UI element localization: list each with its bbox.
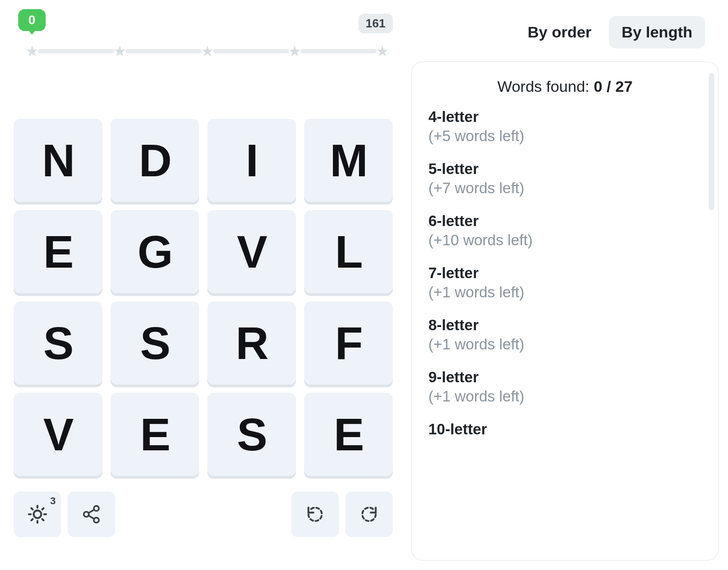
letter-tile[interactable]: M (304, 119, 393, 202)
star-icon: ★ (113, 44, 127, 58)
length-group-remaining: (+5 words left) (428, 127, 702, 145)
length-group-remaining: (+7 words left) (428, 179, 702, 197)
letter-tile[interactable]: G (111, 210, 199, 293)
letter-tile[interactable]: E (304, 393, 393, 476)
length-group-title: 8-letter (428, 317, 702, 334)
letter-tile[interactable]: S (111, 301, 199, 385)
svg-line-12 (89, 510, 94, 513)
svg-line-5 (32, 508, 33, 510)
tab-by-order[interactable]: By order (515, 16, 604, 48)
letter-tile[interactable]: N (14, 119, 102, 202)
max-score-badge: 161 (359, 14, 393, 33)
progress-segment (126, 49, 202, 53)
progress-segment (301, 49, 377, 53)
svg-line-13 (89, 516, 94, 519)
rotate-cw-icon (359, 504, 379, 524)
score-bubble: 0 (18, 9, 46, 31)
progress-segment (213, 49, 290, 53)
share-button[interactable] (68, 491, 115, 537)
words-found-header: Words found: 0 / 27 (428, 78, 702, 95)
results-panel: Words found: 0 / 27 4-letter(+5 words le… (411, 61, 719, 561)
star-icon: ★ (288, 44, 301, 58)
hint-count-badge: 3 (50, 495, 56, 507)
toolbar-spacer (121, 491, 285, 537)
length-group: 8-letter(+1 words left) (428, 317, 702, 353)
progress-segment (38, 49, 114, 53)
letter-grid: N D I M E G V L S S R F V E S E (14, 119, 393, 476)
length-group: 5-letter(+7 words left) (428, 160, 702, 197)
star-icon: ★ (201, 44, 214, 58)
letter-tile[interactable]: I (207, 119, 296, 202)
words-found-count: 0 / 27 (594, 78, 633, 95)
letter-tile[interactable]: V (14, 393, 102, 476)
star-icon: ★ (376, 44, 389, 58)
progress-track: ★ ★ ★ ★ ★ (26, 45, 388, 58)
length-group-title: 10-letter (428, 421, 702, 438)
letter-tile[interactable]: S (14, 301, 102, 385)
letter-tile[interactable]: S (207, 393, 296, 476)
letter-tile[interactable]: E (14, 210, 102, 293)
length-group: 9-letter(+1 words left) (428, 369, 702, 405)
letter-tile[interactable]: L (304, 210, 393, 293)
length-group: 10-letter (428, 421, 702, 438)
letter-tile[interactable]: V (207, 210, 296, 293)
star-icon: ★ (26, 44, 39, 58)
length-group-remaining: (+10 words left) (428, 232, 702, 249)
hint-button[interactable]: 3 (14, 491, 61, 537)
tab-by-length[interactable]: By length (609, 16, 705, 48)
length-group-title: 9-letter (428, 369, 702, 386)
length-group-title: 4-letter (428, 108, 702, 126)
length-group-remaining: (+1 words left) (428, 336, 702, 353)
lightbulb-icon (26, 503, 49, 526)
progress-bar: 0 161 ★ ★ ★ ★ ★ (14, 9, 393, 55)
length-group: 4-letter(+5 words left) (428, 108, 702, 145)
app-root: 0 161 ★ ★ ★ ★ ★ N D I M E G V L S (0, 0, 728, 570)
svg-line-8 (42, 508, 43, 510)
results-column: By order By length Words found: 0 / 27 4… (411, 9, 719, 561)
letter-tile[interactable]: D (111, 119, 199, 202)
sort-tabs: By order By length (411, 16, 719, 48)
rotate-ccw-icon (305, 504, 325, 524)
svg-point-0 (34, 511, 42, 518)
panel-scrollbar[interactable] (709, 73, 714, 210)
length-group-remaining: (+1 words left) (428, 388, 702, 405)
length-group: 6-letter(+10 words left) (428, 212, 702, 249)
svg-line-7 (32, 519, 33, 520)
letter-tile[interactable]: E (111, 393, 199, 476)
letter-tile[interactable]: F (304, 301, 393, 385)
svg-line-6 (42, 519, 43, 520)
share-icon (81, 504, 101, 524)
length-group: 7-letter(+1 words left) (428, 264, 702, 301)
words-found-label: Words found: (497, 78, 594, 95)
length-group-title: 7-letter (428, 264, 702, 282)
letter-tile[interactable]: R (207, 301, 296, 385)
rotate-left-button[interactable] (291, 491, 339, 537)
length-group-remaining: (+1 words left) (428, 284, 702, 301)
game-column: 0 161 ★ ★ ★ ★ ★ N D I M E G V L S (14, 9, 393, 561)
bottom-toolbar: 3 (14, 491, 393, 537)
length-groups: 4-letter(+5 words left)5-letter(+7 words… (428, 108, 702, 438)
rotate-right-button[interactable] (345, 491, 393, 537)
length-group-title: 5-letter (428, 160, 702, 178)
length-group-title: 6-letter (428, 212, 702, 230)
